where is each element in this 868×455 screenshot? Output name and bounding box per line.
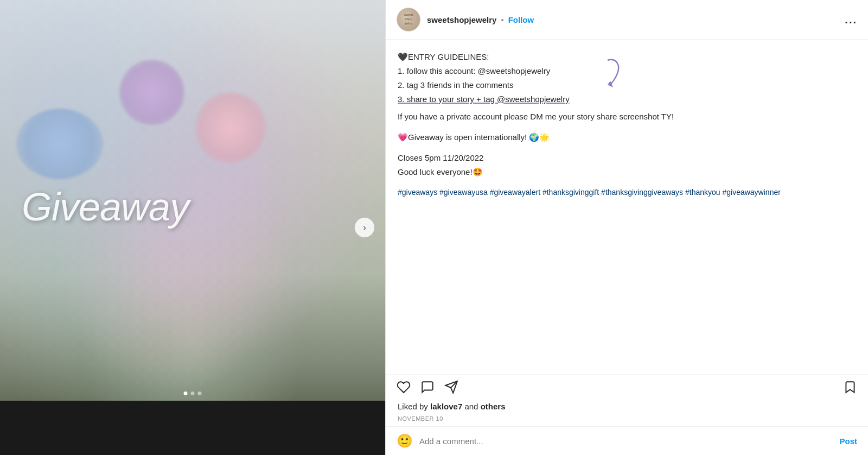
dot-2[interactable]	[191, 391, 195, 395]
header-info: sweetshopjewelry • Follow	[427, 15, 838, 24]
caption-international: 💗Giveaway is open internationally! 🌍🌟	[398, 131, 856, 144]
caption-good-luck: Good luck everyone!🤩	[398, 166, 856, 179]
caption-hashtags: #giveaways #giveawayusa #giveawayalert #…	[398, 186, 856, 198]
caption-text: 🖤ENTRY GUIDELINES: 1. follow this accoun…	[398, 50, 856, 198]
image-dots-indicator	[184, 391, 202, 395]
flower-blue	[16, 109, 103, 179]
dot-3[interactable]	[198, 391, 202, 395]
dot-1[interactable]	[184, 391, 188, 395]
comment-button[interactable]	[420, 380, 435, 394]
avatar[interactable]: sweetshopjwlry	[397, 8, 420, 31]
username[interactable]: sweetshopjewelry	[427, 15, 496, 24]
liked-by-text: Liked by	[398, 402, 428, 411]
more-options-button[interactable]: ...	[845, 14, 857, 26]
like-button[interactable]	[397, 380, 411, 394]
dot-separator: •	[501, 15, 503, 24]
caption-step3: 3. share to your story + tag @sweetshopj…	[398, 93, 856, 106]
caption-private-note: If you have a private account please DM …	[398, 110, 856, 123]
likes-section: Liked by laklove7 and others	[386, 400, 868, 413]
post-comment-button[interactable]: Post	[839, 437, 857, 446]
liked-by-and: and	[464, 402, 478, 411]
caption-step1: 1. follow this account: @sweetshopjewelr…	[398, 65, 856, 78]
emoji-button[interactable]: 🙂	[397, 433, 413, 448]
comment-input[interactable]	[419, 437, 833, 446]
flower-purple	[119, 60, 184, 125]
next-image-button[interactable]: ›	[355, 218, 374, 237]
giveaway-overlay-text: Giveaway	[22, 185, 189, 229]
post-image: Giveaway ›	[0, 0, 385, 455]
share-button[interactable]	[444, 380, 458, 394]
caption-step3-text: 3. share to your story + tag @sweetshopj…	[398, 94, 570, 104]
flower-pink	[195, 92, 266, 163]
action-bar	[386, 374, 868, 400]
post-date: NOVEMBER 10	[386, 413, 868, 426]
follow-button[interactable]: Follow	[508, 15, 534, 24]
image-bottom-bar	[0, 401, 385, 455]
liked-by-others[interactable]: others	[481, 402, 506, 411]
caption-area: 🖤ENTRY GUIDELINES: 1. follow this accoun…	[386, 40, 868, 374]
post-header: sweetshopjwlry sweetshopjewelry • Follow…	[386, 0, 868, 40]
bookmark-button[interactable]	[843, 380, 857, 394]
comment-input-area: 🙂 Post	[386, 426, 868, 455]
liked-by-user[interactable]: laklove7	[430, 402, 462, 411]
post-panel: sweetshopjwlry sweetshopjewelry • Follow…	[385, 0, 868, 455]
caption-step2: 2. tag 3 friends in the comments	[398, 79, 856, 92]
caption-entry-title: 🖤ENTRY GUIDELINES:	[398, 50, 856, 64]
caption-closes: Closes 5pm 11/20/2022	[398, 151, 856, 165]
